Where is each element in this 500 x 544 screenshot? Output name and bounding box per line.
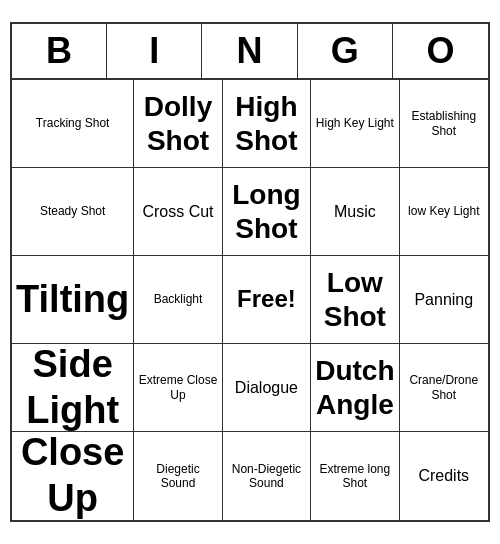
bingo-cell: Dialogue: [223, 344, 311, 432]
header-letter: G: [298, 24, 393, 78]
header-letter: I: [107, 24, 202, 78]
bingo-cell: Dolly Shot: [134, 80, 222, 168]
bingo-cell: Steady Shot: [12, 168, 134, 256]
bingo-cell: Non-Diegetic Sound: [223, 432, 311, 520]
header-letter: N: [202, 24, 297, 78]
cell-text: Establishing Shot: [404, 109, 484, 138]
bingo-cell: Backlight: [134, 256, 222, 344]
bingo-cell: High Key Light: [311, 80, 399, 168]
cell-text: Close Up: [16, 430, 129, 521]
cell-text: low Key Light: [408, 204, 479, 218]
bingo-cell: Cross Cut: [134, 168, 222, 256]
cell-text: Credits: [418, 466, 469, 485]
bingo-cell: Long Shot: [223, 168, 311, 256]
cell-text: Tilting: [16, 277, 129, 323]
cell-text: Backlight: [154, 292, 203, 306]
bingo-cell: Side Light: [12, 344, 134, 432]
cell-text: Diegetic Sound: [138, 462, 217, 491]
cell-text: Extreme long Shot: [315, 462, 394, 491]
cell-text: Long Shot: [227, 178, 306, 245]
cell-text: Dolly Shot: [138, 90, 217, 157]
cell-text: Crane/Drone Shot: [404, 373, 484, 402]
bingo-cell: Panning: [400, 256, 488, 344]
cell-text: Non-Diegetic Sound: [227, 462, 306, 491]
cell-text: Dutch Angle: [315, 354, 394, 421]
cell-text: Side Light: [16, 342, 129, 433]
cell-text: Music: [334, 202, 376, 221]
bingo-cell: Low Shot: [311, 256, 399, 344]
bingo-cell: Diegetic Sound: [134, 432, 222, 520]
bingo-cell: Credits: [400, 432, 488, 520]
bingo-cell: Music: [311, 168, 399, 256]
bingo-cell: High Shot: [223, 80, 311, 168]
cell-text: Steady Shot: [40, 204, 105, 218]
bingo-cell: Close Up: [12, 432, 134, 520]
cell-text: Panning: [414, 290, 473, 309]
bingo-cell: Dutch Angle: [311, 344, 399, 432]
bingo-cell: Extreme Close Up: [134, 344, 222, 432]
cell-text: Free!: [237, 285, 296, 314]
bingo-cell: Tilting: [12, 256, 134, 344]
bingo-cell: Establishing Shot: [400, 80, 488, 168]
bingo-cell: low Key Light: [400, 168, 488, 256]
cell-text: Extreme Close Up: [138, 373, 217, 402]
cell-text: Cross Cut: [142, 202, 213, 221]
bingo-cell: Extreme long Shot: [311, 432, 399, 520]
bingo-header: BINGO: [12, 24, 488, 80]
bingo-grid: Tracking ShotDolly ShotHigh ShotHigh Key…: [12, 80, 488, 520]
cell-text: Dialogue: [235, 378, 298, 397]
cell-text: High Key Light: [316, 116, 394, 130]
bingo-cell: Crane/Drone Shot: [400, 344, 488, 432]
cell-text: High Shot: [227, 90, 306, 157]
header-letter: B: [12, 24, 107, 78]
cell-text: Tracking Shot: [36, 116, 110, 130]
bingo-cell: Tracking Shot: [12, 80, 134, 168]
bingo-card: BINGO Tracking ShotDolly ShotHigh ShotHi…: [10, 22, 490, 522]
cell-text: Low Shot: [315, 266, 394, 333]
bingo-cell: Free!: [223, 256, 311, 344]
header-letter: O: [393, 24, 488, 78]
